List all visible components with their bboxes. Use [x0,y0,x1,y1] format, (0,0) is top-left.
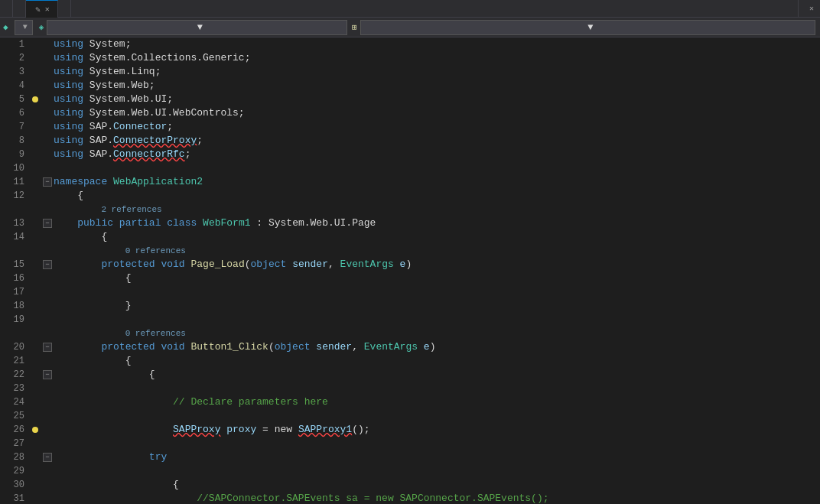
line-content: using SAP.ConnectorRfc; [54,148,190,161]
indicator-cell [31,272,40,285]
project-arrow: ▼ [23,23,28,31]
line-number: 19 [0,313,24,327]
indicator-cell [31,230,40,244]
nav-bar: ◆ ▼ ◈ ▼ ⊞ ▼ [0,18,820,37]
collapse-button[interactable]: − [43,453,52,462]
collapse-button[interactable]: − [43,343,52,352]
code-line: { [43,230,820,244]
reference-hint: 2 references [43,203,820,216]
line-number: 30 [0,478,24,492]
line-number: 6 [0,106,24,120]
tab-close-button[interactable]: ✕ [44,4,51,15]
line-content: // Declare parameters here [54,395,328,409]
code-content[interactable]: using System;using System.Collections.Ge… [40,37,820,504]
indicator-cell [31,492,40,504]
project-dropdown[interactable]: ▼ [15,20,33,35]
line-content: { [54,272,131,285]
code-line: −namespace WebApplication2 [43,175,820,189]
code-line: using System.Web.UI; [43,93,820,106]
indicator-cell [31,216,40,230]
tab-right[interactable]: ✕ [798,0,820,17]
collapse-button[interactable]: − [43,219,52,228]
line-number: 18 [0,299,24,313]
indicators-column [31,37,40,504]
indicator-cell [31,175,40,189]
indicator-cell [31,203,40,216]
indicator-cell [31,327,40,340]
indicator-cell [31,368,40,382]
line-number: 11 [0,175,24,189]
line-number: 7 [0,120,24,134]
line-content: namespace WebApplication2 [54,175,203,189]
line-content: using System.Collections.Generic; [54,51,250,65]
line-number: 12 [0,189,24,203]
indicator-cell [31,189,40,203]
line-number: 31 [0,492,24,504]
indicator-cell [31,79,40,93]
code-line: using System.Collections.Generic; [43,51,820,65]
indicator-cell [31,161,40,175]
indicator-cell [31,478,40,492]
line-content: using System.Web.UI; [54,93,173,106]
reference-hint: 0 references [43,327,820,340]
line-content: { [54,354,131,368]
code-line: { [43,189,820,203]
method-dropdown[interactable]: ▼ [360,20,815,35]
line-number: 17 [0,285,24,299]
code-line [43,437,820,450]
indicator-cell [31,382,40,395]
code-line: using System.Web.UI.WebControls; [43,106,820,120]
code-line: // Declare parameters here [43,395,820,409]
indicator-cell [31,148,40,161]
tab-right-close[interactable]: ✕ [809,4,814,13]
collapse-button[interactable]: − [43,370,52,379]
line-number: 10 [0,161,24,175]
indicator-cell [31,409,40,423]
code-line [43,285,820,299]
line-number: 4 [0,79,24,93]
project-icon: ◆ [3,22,8,32]
editor-area: 1234567891011121314151617181920212223242… [0,37,820,504]
indicator-cell [31,106,40,120]
class-icon: ◈ [39,22,44,32]
tab-web-config[interactable] [58,0,71,18]
indicator-cell [31,395,40,409]
line-number: 29 [0,464,24,478]
line-numbers: 1234567891011121314151617181920212223242… [0,37,31,504]
collapse-button[interactable]: − [43,177,52,187]
code-line: − try [43,450,820,464]
code-line: { [43,354,820,368]
line-content: using System.Linq; [54,65,161,79]
indicator-cell [31,340,40,354]
line-number: 8 [0,134,24,148]
indicator-cell [31,258,40,272]
code-line: − protected void Button1_Click(object se… [43,340,820,354]
line-number [0,244,24,258]
line-content: using SAP.Connector; [54,120,173,134]
line-content: using System; [54,37,131,51]
line-content: 0 references [54,327,186,340]
line-content: try [54,450,167,464]
line-content: public partial class WebForm1 : System.W… [54,216,376,230]
line-content: using System.Web; [54,79,155,93]
line-number: 3 [0,65,24,79]
code-line [43,464,820,478]
tab-default-aspx-cs[interactable]: ✎ ✕ [26,0,58,18]
line-number: 24 [0,395,24,409]
indicator-cell [31,51,40,65]
line-content: { [54,230,107,244]
code-line [43,313,820,327]
tab-object-browser[interactable] [0,0,13,18]
line-number: 1 [0,37,24,51]
class-dropdown[interactable]: ▼ [47,20,347,35]
line-content: } [54,299,131,313]
tab-default-aspx[interactable] [13,0,26,18]
code-line: using System; [43,37,820,51]
collapse-button[interactable]: − [43,260,52,269]
indicator-cell [31,464,40,478]
line-number: 27 [0,437,24,450]
line-number: 26 [0,423,24,437]
line-number: 14 [0,230,24,244]
indicator-cell [31,120,40,134]
code-line: { [43,272,820,285]
